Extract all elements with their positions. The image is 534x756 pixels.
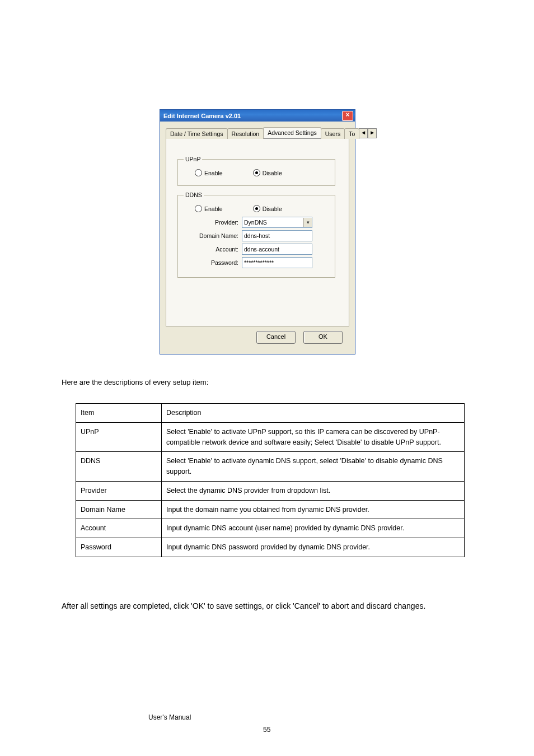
tab-bar: Date / Time Settings Resolution Advanced…: [166, 126, 349, 139]
table-row: Account Input dynamic DNS account (user …: [76, 519, 465, 538]
dialog-button-row: Cancel OK: [166, 326, 349, 349]
upnp-disable-label: Disable: [263, 170, 282, 176]
upnp-disable-radio[interactable]: Disable: [253, 169, 282, 176]
chevron-down-icon: ▾: [303, 218, 312, 227]
cell-provider-desc: Select the dynamic DNS provider from dro…: [162, 481, 465, 500]
domain-name-value: ddns-host: [244, 231, 270, 241]
table-row: Domain Name Input the domain name you ob…: [76, 500, 465, 519]
tab-scroll-right-icon[interactable]: ►: [368, 128, 377, 138]
dialog-title: Edit Internet Camera v2.01: [163, 113, 342, 119]
radio-icon: [253, 205, 260, 212]
account-input[interactable]: ddns-account: [242, 244, 312, 255]
bottom-note: After all settings are completed, click …: [62, 599, 476, 613]
tab-scroll-left-icon[interactable]: ◄: [359, 128, 368, 138]
domain-name-input[interactable]: ddns-host: [242, 230, 312, 241]
table-row: UPnP Select 'Enable' to activate UPnP su…: [76, 422, 465, 452]
cell-password: Password: [76, 538, 162, 557]
upnp-legend: UPnP: [184, 156, 202, 162]
ddns-group: DDNS Enable Disable Provider:: [177, 192, 335, 278]
table-row: Provider Select the dynamic DNS provider…: [76, 481, 465, 500]
close-icon[interactable]: ×: [342, 111, 353, 121]
cell-provider: Provider: [76, 481, 162, 500]
cell-account: Account: [76, 519, 162, 538]
upnp-enable-label: Enable: [204, 170, 223, 176]
ddns-disable-radio[interactable]: Disable: [253, 205, 282, 212]
password-label: Password:: [184, 259, 242, 266]
cell-account-desc: Input dynamic DNS account (user name) pr…: [162, 519, 465, 538]
dialog-body: Date / Time Settings Resolution Advanced…: [160, 122, 355, 354]
tab-page-advanced: UPnP Enable Disable DDNS: [166, 139, 349, 326]
radio-icon: [195, 169, 202, 176]
table-row: DDNS Select 'Enable' to activate dynamic…: [76, 452, 465, 482]
page-number: 55: [263, 726, 270, 734]
radio-icon: [253, 169, 260, 176]
account-value: ddns-account: [244, 244, 279, 254]
upnp-enable-radio[interactable]: Enable: [195, 169, 223, 176]
ddns-enable-label: Enable: [204, 206, 223, 212]
upnp-group: UPnP Enable Disable: [177, 156, 335, 186]
footer-text: User's Manual: [148, 713, 191, 721]
cell-upnp: UPnP: [76, 422, 162, 452]
domain-name-label: Domain Name:: [184, 232, 242, 239]
ddns-enable-radio[interactable]: Enable: [195, 205, 223, 212]
cell-domain: Domain Name: [76, 500, 162, 519]
password-value: *************: [244, 258, 274, 268]
table-row: Password Input dynamic DNS password prov…: [76, 538, 465, 557]
ddns-legend: DDNS: [184, 192, 204, 198]
tab-date-time[interactable]: Date / Time Settings: [166, 128, 228, 139]
dialog-titlebar: Edit Internet Camera v2.01 ×: [160, 110, 355, 122]
cancel-button[interactable]: Cancel: [256, 331, 296, 344]
table-header-description: Description: [162, 404, 465, 423]
cell-ddns: DDNS: [76, 452, 162, 482]
tab-resolution[interactable]: Resolution: [227, 128, 264, 139]
tab-scroll: ◄ ►: [359, 128, 377, 138]
provider-dropdown[interactable]: DynDNS ▾: [242, 217, 312, 228]
tab-more[interactable]: To: [344, 128, 359, 139]
table-header-item: Item: [76, 404, 162, 423]
ddns-disable-label: Disable: [263, 206, 282, 212]
radio-icon: [195, 205, 202, 212]
description-heading: Here are the descriptions of every setup…: [62, 378, 208, 386]
cell-domain-desc: Input the domain name you obtained from …: [162, 500, 465, 519]
account-label: Account:: [184, 246, 242, 253]
cell-upnp-desc: Select 'Enable' to activate UPnP support…: [162, 422, 465, 452]
tab-users[interactable]: Users: [321, 128, 345, 139]
settings-table: Item Description UPnP Select 'Enable' to…: [76, 403, 465, 557]
tab-advanced-settings[interactable]: Advanced Settings: [263, 127, 321, 138]
ok-button[interactable]: OK: [303, 331, 343, 344]
password-input[interactable]: *************: [242, 257, 312, 268]
provider-label: Provider:: [184, 219, 242, 226]
edit-camera-dialog: Edit Internet Camera v2.01 × Date / Time…: [160, 109, 355, 354]
cell-password-desc: Input dynamic DNS password provided by d…: [162, 538, 465, 557]
cell-ddns-desc: Select 'Enable' to activate dynamic DNS …: [162, 452, 465, 482]
provider-value: DynDNS: [244, 217, 267, 227]
